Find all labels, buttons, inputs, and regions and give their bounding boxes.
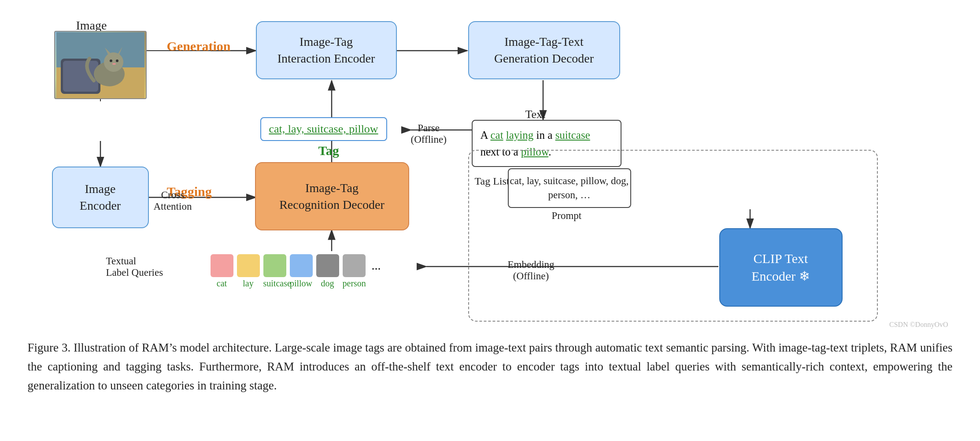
sq-dog [316,254,339,277]
square-labels-row: cat lay suitcase pillow dog person [211,278,366,289]
clip-text-encoder-label: CLIP TextEncoder ❄ [751,250,810,285]
sq-label-dog: dog [316,278,339,289]
image-tag-recognition-label: Image-TagRecognition Decoder [279,180,385,213]
sq-cat [211,254,233,277]
image-tag-interaction-label: Image-TagInteraction Encoder [277,33,375,67]
cross-attention-label: CrossAttention [154,189,192,212]
tag-list-box: cat, lay, suitcase, pillow, dog, person,… [508,168,631,208]
image-tag-text-decoder-label: Image-Tag-TextGeneration Decoder [494,33,594,67]
textual-label-queries-label: TextualLabel Queries [106,256,163,278]
sq-label-cat: cat [211,278,233,289]
diagram-area: Image ImageEncoder Gen [28,13,953,330]
sq-label-lay: lay [237,278,260,289]
tag-text-box: cat, lay, suitcase, pillow [260,117,387,141]
tag-label: Tag [318,143,339,158]
cat-illustration [56,32,144,98]
sq-pillow [290,254,313,277]
image-tag-recognition-box: Image-TagRecognition Decoder [255,162,409,230]
svg-point-26 [112,63,116,65]
squares-row: ... [211,254,381,277]
tag-list-content: cat, lay, suitcase, pillow, dog, person,… [509,174,630,202]
image-encoder-box: ImageEncoder [52,167,149,228]
tag-text-content: cat, lay, suitcase, pillow [269,122,378,135]
svg-point-24 [110,59,112,62]
tag-list-label: Tag List [475,175,510,187]
image-tag-interaction-box: Image-TagInteraction Encoder [256,21,397,79]
parse-offline-label: Parse(Offline) [411,122,447,145]
squares-ellipsis: ... [372,259,381,273]
svg-point-25 [116,59,118,62]
caption: Figure 3. Illustration of RAM’s model ar… [28,338,953,396]
sq-label-suitcase: suitcase [263,278,286,289]
svg-point-21 [104,52,123,72]
cat-image [54,31,147,99]
sq-label-person: person [343,278,366,289]
image-tag-text-decoder-box: Image-Tag-TextGeneration Decoder [468,21,620,79]
image-encoder-label: ImageEncoder [80,181,121,214]
sq-lay [237,254,260,277]
embedding-offline-label: Embedding(Offline) [508,259,555,282]
text-label: Text [525,108,546,121]
sq-label-pillow: pillow [290,278,313,289]
sq-person [343,254,366,277]
generation-label: Generation [167,39,231,54]
watermark: CSDN ©DonnyOvO [889,321,948,329]
sq-suitcase [263,254,286,277]
svg-rect-19 [63,61,98,92]
clip-text-encoder-box: CLIP TextEncoder ❄ [719,228,843,307]
prompt-label: Prompt [552,210,582,222]
